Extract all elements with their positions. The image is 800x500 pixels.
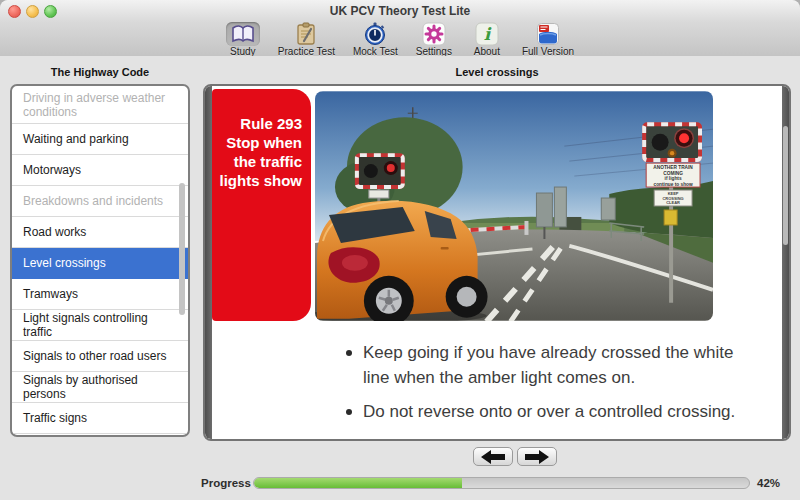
left-scroll-track xyxy=(205,86,212,439)
book-icon xyxy=(226,22,260,46)
app-box-icon xyxy=(531,22,565,46)
info-icon: i xyxy=(470,22,504,46)
sidebar-item-label: Signals by authorised persons xyxy=(23,373,174,401)
sign-line: COMING xyxy=(663,171,683,176)
sign2-line: CLEAR xyxy=(666,200,680,205)
rule-number: Rule 293 xyxy=(218,114,302,133)
app-body: The Highway Code Level crossings Driving… xyxy=(0,56,800,500)
back-button[interactable] xyxy=(473,447,513,466)
sign-line: if lights xyxy=(665,176,682,181)
bullet-text: Keep going if you have already crossed t… xyxy=(363,343,733,387)
rule-panel: Rule 293 Stop when the traffic lights sh… xyxy=(212,89,311,321)
bullet-text: wait if a train goes by and the red ligh… xyxy=(445,436,745,441)
sidebar-item-driving-adverse-weather[interactable]: Driving in adverse weather conditions xyxy=(12,86,188,124)
toolbar-button-settings[interactable]: Settings xyxy=(416,22,452,57)
sidebar-item-signals-other-road-users[interactable]: Signals to other road users xyxy=(12,341,188,372)
bullet-item: Keep going if you have already crossed t… xyxy=(344,340,749,390)
sidebar-item-label: Signals to other road users xyxy=(23,349,166,363)
sidebar-item-waiting-and-parking[interactable]: Waiting and parking xyxy=(12,124,188,155)
bullet-item: You MUST wait if a train goes by and the… xyxy=(344,433,749,441)
sidebar-item-label: Waiting and parking xyxy=(23,132,129,146)
sidebar-item-label: Driving in adverse weather conditions xyxy=(23,91,174,119)
sidebar-item-label: Breakdowns and incidents xyxy=(23,194,163,208)
rule-text: Stop when the traffic lights show xyxy=(218,133,302,190)
highway-code-list: Driving in adverse weather conditions Wa… xyxy=(10,84,190,437)
progress-bar xyxy=(253,477,750,489)
sidebar-item-road-works[interactable]: Road works xyxy=(12,217,188,248)
toolbar-button-practice-test[interactable]: Practice Test xyxy=(278,22,335,57)
sidebar-item-label: Road works xyxy=(23,225,86,239)
sign-line: ANOTHER TRAIN xyxy=(653,165,693,170)
clipboard-icon xyxy=(289,22,323,46)
left-arrow-icon xyxy=(481,450,505,464)
progress-label: Progress xyxy=(201,477,251,489)
toolbar-button-mock-test[interactable]: Mock Test xyxy=(353,22,398,57)
toolbar-button-study[interactable]: Study xyxy=(226,22,260,57)
level-crossing-photo: ANOTHER TRAIN COMING if lights continue … xyxy=(315,91,713,321)
content-scrollbar-thumb[interactable] xyxy=(783,126,788,245)
app-window: UK PCV Theory Test Lite Study xyxy=(0,0,800,500)
sidebar-item-label: Traffic signs xyxy=(23,411,87,425)
sidebar-item-signals-authorised-persons[interactable]: Signals by authorised persons xyxy=(12,372,188,403)
sidebar-item-label: Motorways xyxy=(23,163,81,177)
bullet-text: Do not reverse onto or over a controlled… xyxy=(363,402,735,421)
rule-bullet-list: Keep going if you have already crossed t… xyxy=(344,340,749,441)
stopwatch-icon xyxy=(358,22,392,46)
title-bar: UK PCV Theory Test Lite xyxy=(0,0,800,22)
gear-icon xyxy=(417,22,451,46)
bullet-emphasis: MUST xyxy=(396,436,444,441)
sidebar-item-breakdowns-and-incidents[interactable]: Breakdowns and incidents xyxy=(12,186,188,217)
page-title: Level crossings xyxy=(203,66,791,78)
toolbar-button-full-version[interactable]: Full Version xyxy=(522,22,574,57)
sidebar-title: The Highway Code xyxy=(10,66,190,78)
sign-line: continue to show xyxy=(654,182,693,187)
window-title: UK PCV Theory Test Lite xyxy=(0,4,800,18)
right-arrow-icon xyxy=(525,450,549,464)
sidebar-item-motorways[interactable]: Motorways xyxy=(12,155,188,186)
sidebar-scrollbar-thumb[interactable] xyxy=(179,183,185,315)
right-scrollbar-track[interactable] xyxy=(782,86,789,439)
page-navigation xyxy=(473,447,557,466)
sidebar-item-label: Tramways xyxy=(23,287,78,301)
sidebar-item-tramways[interactable]: Tramways xyxy=(12,279,188,310)
bullet-text: You xyxy=(363,436,396,441)
toolbar: Study Practice Test xyxy=(0,22,800,57)
sidebar-item-label: Light signals controlling traffic xyxy=(23,311,174,339)
toolbar-button-about[interactable]: i About xyxy=(470,22,504,57)
sidebar-item-level-crossings[interactable]: Level crossings xyxy=(12,248,188,279)
study-content-panel: Rule 293 Stop when the traffic lights sh… xyxy=(203,84,791,441)
sidebar-item-traffic-signs[interactable]: Traffic signs xyxy=(12,403,188,434)
bullet-item: Do not reverse onto or over a controlled… xyxy=(344,399,749,424)
progress-value: 42% xyxy=(757,477,780,489)
progress-fill xyxy=(254,478,462,488)
forward-button[interactable] xyxy=(517,447,557,466)
sidebar-item-light-signals[interactable]: Light signals controlling traffic xyxy=(12,310,188,341)
sidebar-item-label: Level crossings xyxy=(23,256,106,270)
